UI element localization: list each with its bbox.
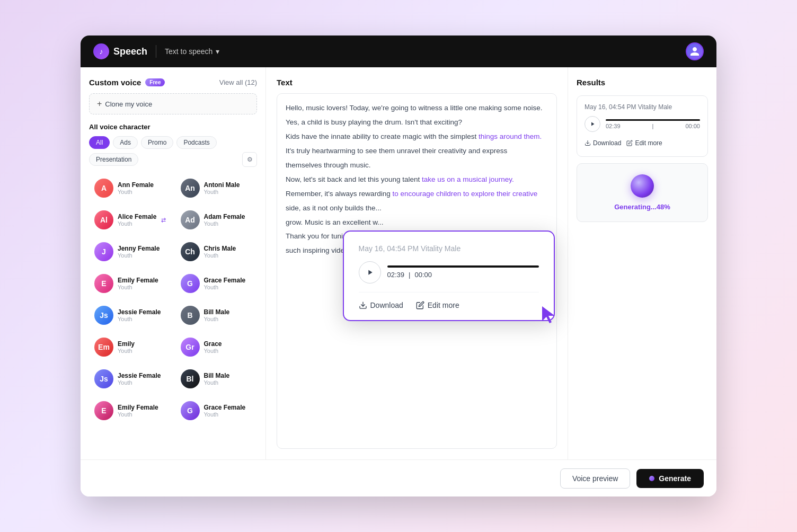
voice-avatar-jenny: J <box>94 242 113 261</box>
text-line-3: Kids have the innate ability to create m… <box>286 131 548 143</box>
header-divider <box>156 45 156 58</box>
voice-name-bill: Bill Male <box>204 308 252 316</box>
filter-icon[interactable]: ⚙ <box>242 152 257 167</box>
generate-button[interactable]: Generate <box>636 469 704 488</box>
time-current-1: 02:39 <box>606 123 621 129</box>
results-title: Results <box>577 78 708 87</box>
text-line-4b: themselves through music. <box>286 159 548 172</box>
voice-item-ann[interactable]: A Ann Female Youth <box>89 174 171 202</box>
voice-name-alice: Alice Female <box>118 213 157 220</box>
voice-item-grace3[interactable]: G Grace Female Youth <box>175 397 258 424</box>
voice-name-bill2: Bill Male <box>204 372 252 379</box>
voice-info-chris: Chris Male Youth <box>204 245 252 259</box>
nav-label: Text to speech <box>165 47 212 56</box>
plus-icon: + <box>97 99 102 109</box>
voice-avatar-emily3: E <box>94 401 113 420</box>
text-panel-title: Text <box>277 78 557 87</box>
text-line-5: Now, let's sit back and let this young t… <box>286 174 548 186</box>
free-badge: Free <box>145 78 165 86</box>
results-panel: Results May 16, 04:54 PM Vitality Male 0… <box>568 67 716 459</box>
filter-promo[interactable]: Promo <box>141 136 173 149</box>
result-card-1-title: May 16, 04:54 PM Vitality Male <box>585 103 700 111</box>
voice-preview-button[interactable]: Voice preview <box>560 468 630 489</box>
voice-item-grace[interactable]: G Grace Female Youth <box>175 270 258 297</box>
voice-item-emily2[interactable]: Em Emily Youth <box>89 333 171 361</box>
voice-item-alice[interactable]: Al Alice Female Youth ⇄ <box>89 206 171 234</box>
text-line-6b: side, as it not only builds the... <box>286 202 548 215</box>
voice-tag-jenny: Youth <box>118 252 166 259</box>
voice-tag-emily: Youth <box>118 284 166 290</box>
sidebar: Custom voice Free View all (12) + Clone … <box>81 67 266 459</box>
popup-download-button[interactable]: Download <box>359 301 403 309</box>
bottom-bar: Voice preview Generate <box>81 459 716 496</box>
voice-name-grace3: Grace Female <box>204 404 252 411</box>
sidebar-header: Custom voice Free View all (12) <box>89 78 257 87</box>
voice-name-grace2: Grace <box>204 340 252 348</box>
voice-item-bill2[interactable]: Bl Bill Male Youth <box>175 365 258 393</box>
generate-label: Generate <box>659 474 691 483</box>
voice-item-antoni[interactable]: An Antoni Male Youth <box>175 174 258 202</box>
chevron-down-icon: ▾ <box>216 47 219 56</box>
voice-info-grace: Grace Female Youth <box>204 277 252 290</box>
voice-tag-alice: Youth <box>118 220 157 227</box>
popup-actions: Download Edit more <box>359 301 539 309</box>
voice-avatar-jessie2: Js <box>94 369 113 388</box>
popup-waveform <box>387 265 539 268</box>
generating-card: Generating...48% <box>577 163 708 222</box>
voice-item-bill[interactable]: B Bill Male Youth <box>175 302 258 329</box>
voice-item-emily3[interactable]: E Emily Female Youth <box>89 397 171 424</box>
view-all-button[interactable]: View all (12) <box>219 78 257 86</box>
edit-more-label-1: Edit more <box>635 139 662 147</box>
voice-item-emily[interactable]: E Emily Female Youth <box>89 270 171 297</box>
filter-presentation[interactable]: Presentation <box>89 153 138 166</box>
download-button-1[interactable]: Download <box>585 137 621 149</box>
result-actions-1: Download Edit more <box>585 137 700 149</box>
header-nav[interactable]: Text to speech ▾ <box>165 47 219 56</box>
app-window: ♪ Speech Text to speech ▾ Custom voice F… <box>81 36 716 496</box>
download-label-1: Download <box>593 139 621 147</box>
filter-podcasts[interactable]: Podcasts <box>176 136 216 149</box>
voice-item-grace2[interactable]: Gr Grace Youth <box>175 333 258 361</box>
popup-edit-more-label: Edit more <box>428 301 459 309</box>
filter-ads[interactable]: Ads <box>113 136 138 149</box>
voice-item-chris[interactable]: Ch Chris Male Youth <box>175 238 258 265</box>
voice-tag-emily3: Youth <box>118 411 166 418</box>
voice-avatar-emily2: Em <box>94 338 113 357</box>
popup-time: 02:39 | 00:00 <box>387 271 539 279</box>
audio-info-1: 02:39 | 00:00 <box>606 119 700 129</box>
popup-play-button[interactable] <box>359 261 381 283</box>
voice-tag-emily2: Youth <box>118 348 166 354</box>
voice-avatar-jessie: Js <box>94 306 113 325</box>
voice-avatar-adam: Ad <box>181 210 200 229</box>
voice-avatar-grace: G <box>181 274 200 293</box>
popup-audio-info: 02:39 | 00:00 <box>387 265 539 279</box>
avatar[interactable] <box>686 42 704 60</box>
text-line-2: Yes, a child is busy playing the drum. I… <box>286 117 548 129</box>
clone-voice-button[interactable]: + Clone my voice <box>89 93 257 114</box>
text-panel: Text Hello, music lovers! Today, we're g… <box>266 67 568 459</box>
filter-all[interactable]: All <box>89 136 110 149</box>
edit-more-button-1[interactable]: Edit more <box>626 137 662 149</box>
voice-item-adam[interactable]: Ad Adam Female Youth <box>175 206 258 234</box>
voice-item-jessie2[interactable]: Js Jessie Female Youth <box>89 365 171 393</box>
header: ♪ Speech Text to speech ▾ <box>81 36 716 67</box>
cursor-arrow <box>540 304 561 325</box>
popup-title: May 16, 04:54 PM Vitality Male <box>359 244 539 253</box>
voice-tag-adam: Youth <box>204 220 252 227</box>
voice-item-jenny[interactable]: J Jenny Female Youth <box>89 238 171 265</box>
voice-info-jessie: Jessie Female Youth <box>118 308 166 322</box>
popup-edit-more-button[interactable]: Edit more <box>416 301 459 309</box>
voice-avatar-ann: A <box>94 179 113 198</box>
popup-audio-player: 02:39 | 00:00 <box>359 261 539 283</box>
svg-marker-1 <box>542 306 555 323</box>
voice-item-jessie[interactable]: Js Jessie Female Youth <box>89 302 171 329</box>
main-layout: Custom voice Free View all (12) + Clone … <box>81 67 716 459</box>
voice-info-alice: Alice Female Youth <box>118 213 157 227</box>
voice-avatar-bill: B <box>181 306 200 325</box>
play-button-1[interactable] <box>585 116 600 132</box>
voice-name-adam: Adam Female <box>204 213 252 220</box>
generating-orb <box>631 174 654 198</box>
voice-info-grace3: Grace Female Youth <box>204 404 252 418</box>
voice-tag-bill: Youth <box>204 316 252 322</box>
voice-info-adam: Adam Female Youth <box>204 213 252 227</box>
